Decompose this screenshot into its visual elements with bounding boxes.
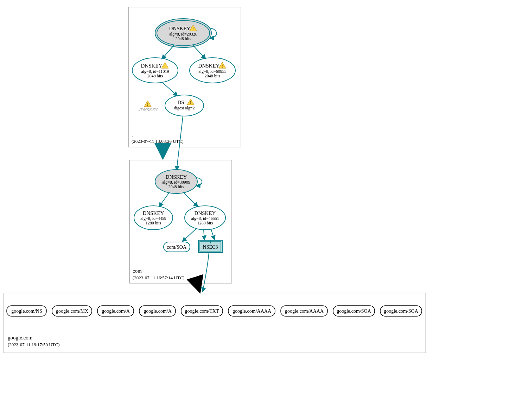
svg-text:alg=8, id=4459: alg=8, id=4459 xyxy=(140,216,166,221)
edge-nsec3-google-black xyxy=(197,283,200,292)
svg-text:google.com/NS: google.com/NS xyxy=(11,308,42,314)
com-ksk-title: DNSKEY xyxy=(166,174,187,180)
leaf-3-title: google.com/A xyxy=(144,308,172,314)
svg-text:DNSKEY: DNSKEY xyxy=(141,63,163,69)
root-ksk-line3: 2048 bits xyxy=(176,36,191,41)
leaf-google-a-1: google.com/A xyxy=(97,306,134,316)
com-zsk1-title: DNSKEY xyxy=(143,210,164,216)
leaf-8-title: google.com/SOA xyxy=(384,308,418,314)
node-com-soa: com/SOA xyxy=(164,242,190,252)
edge-ksk-zsk2 xyxy=(193,45,206,59)
leaf-1-title: google.com/MX xyxy=(56,308,88,314)
zone-root: DNSKEY alg=8, id=20326 2048 bits DNSKEY … xyxy=(128,7,241,147)
svg-text:google.com/AAAA: google.com/AAAA xyxy=(233,308,272,314)
svg-text:1280 bits: 1280 bits xyxy=(197,221,213,225)
svg-text:com/SOA: com/SOA xyxy=(167,244,187,250)
svg-text:google.com/SOA: google.com/SOA xyxy=(384,308,418,314)
svg-text:google.com/TXT: google.com/TXT xyxy=(185,308,219,314)
leaf-google-mx: google.com/MX xyxy=(52,306,92,316)
root-ds-line2: digest alg=2 xyxy=(174,106,195,110)
svg-text:alg=8, id=60955: alg=8, id=60955 xyxy=(198,69,227,74)
com-zsk2-line3: 1280 bits xyxy=(197,221,213,225)
svg-text:alg=8, id=30909: alg=8, id=30909 xyxy=(162,180,190,185)
node-root-zsk1: DNSKEY alg=8, id=11019 2048 bits xyxy=(132,58,178,83)
svg-text:google.com/A: google.com/A xyxy=(144,308,172,314)
edge-zsk2-soa xyxy=(182,228,197,242)
root-zsk1-title: DNSKEY xyxy=(141,63,163,69)
node-com-zsk1: DNSKEY alg=8, id=4459 1280 bits xyxy=(134,206,173,230)
leaf-google-ns: google.com/NS xyxy=(7,306,46,316)
zone-com-timestamp: (2023-07-11 16:57:14 UTC) xyxy=(133,275,185,280)
edge-zsk2-nsec3-a xyxy=(204,230,204,240)
svg-text:DNSKEY: DNSKEY xyxy=(195,210,216,216)
leaf-2-title: google.com/A xyxy=(102,308,130,314)
svg-text:DS: DS xyxy=(177,100,184,105)
svg-text:alg=8, id=11019: alg=8, id=11019 xyxy=(141,69,169,74)
leaf-google-soa-2: google.com/SOA xyxy=(380,306,422,316)
root-zsk2-title: DNSKEY xyxy=(198,63,220,69)
root-dnskey-ghost-title: ./DNSKEY xyxy=(138,107,158,112)
zone-root-timestamp: (2023-07-11 13:08:26 UTC) xyxy=(132,139,184,144)
svg-text:NSEC3: NSEC3 xyxy=(203,244,218,250)
leaf-google-a-2: google.com/A xyxy=(139,306,176,316)
root-zsk2-line2: alg=8, id=60955 xyxy=(198,69,227,74)
leaf-google-txt: google.com/TXT xyxy=(181,306,223,316)
zone-com: DNSKEY alg=8, id=30909 2048 bits DNSKEY … xyxy=(129,160,232,283)
root-zsk1-line2: alg=8, id=11019 xyxy=(141,69,169,74)
svg-text:2048 bits: 2048 bits xyxy=(147,74,163,78)
svg-text:alg=8, id=46551: alg=8, id=46551 xyxy=(191,216,219,221)
zone-google-timestamp: (2023-07-11 19:17:50 UTC) xyxy=(8,342,60,347)
svg-text:./DNSKEY: ./DNSKEY xyxy=(138,107,158,112)
svg-text:DNSKEY: DNSKEY xyxy=(198,63,220,69)
zone-google-label: google.com xyxy=(8,335,33,341)
node-root-ksk: DNSKEY alg=8, id=20326 2048 bits xyxy=(155,19,211,47)
zone-google: google.com/NS google.com/MX google.com/A… xyxy=(4,293,426,353)
edge-zsk2-nsec3-b xyxy=(211,229,215,240)
root-zsk2-line3: 2048 bits xyxy=(205,74,221,78)
com-zsk1-line2: alg=8, id=4459 xyxy=(140,216,166,221)
com-nsec3-title: NSEC3 xyxy=(203,244,218,250)
svg-text:google.com/SOA: google.com/SOA xyxy=(337,308,371,314)
edge-comksk-zsk1 xyxy=(159,192,170,207)
svg-text:2048 bits: 2048 bits xyxy=(176,36,191,41)
zone-com-label: com xyxy=(133,268,142,274)
node-root-dnskey-ghost: ./DNSKEY xyxy=(138,101,158,112)
node-root-zsk2: DNSKEY alg=8, id=60955 2048 bits xyxy=(190,58,235,83)
edge-nsec3-google-teal xyxy=(203,253,209,292)
node-com-zsk2: DNSKEY alg=8, id=46551 1280 bits xyxy=(185,206,225,230)
com-zsk2-title: DNSKEY xyxy=(195,210,216,216)
com-ksk-line3: 2048 bits xyxy=(168,184,184,189)
leaf-0-title: google.com/NS xyxy=(11,308,42,314)
svg-text:google.com/AAAA: google.com/AAAA xyxy=(285,308,324,314)
edge-comksk-zsk2 xyxy=(183,192,198,207)
edge-zsk1-ds xyxy=(162,82,178,96)
com-soa-title: com/SOA xyxy=(167,244,187,250)
leaf-google-aaaa-2: google.com/AAAA xyxy=(281,306,327,316)
root-ds-title: DS xyxy=(177,100,184,105)
edge-ksk-zsk1 xyxy=(162,45,174,59)
leaf-4-title: google.com/TXT xyxy=(185,308,219,314)
node-com-ksk: DNSKEY alg=8, id=30909 2048 bits xyxy=(155,170,197,193)
svg-text:digest alg=2: digest alg=2 xyxy=(174,106,195,110)
root-ksk-line2: alg=8, id=20326 xyxy=(169,32,197,37)
leaf-7-title: google.com/SOA xyxy=(337,308,371,314)
svg-rect-38 xyxy=(4,293,426,353)
zone-root-label: . xyxy=(132,132,133,138)
leaf-google-aaaa-1: google.com/AAAA xyxy=(228,306,275,316)
warning-icon xyxy=(144,101,151,107)
svg-text:google.com/MX: google.com/MX xyxy=(56,308,88,314)
root-zsk1-line3: 2048 bits xyxy=(147,74,163,78)
leaf-google-soa-1: google.com/SOA xyxy=(333,306,375,316)
svg-text:DNSKEY: DNSKEY xyxy=(166,174,187,180)
leaf-6-title: google.com/AAAA xyxy=(285,308,324,314)
svg-text:DNSKEY: DNSKEY xyxy=(169,26,191,31)
com-zsk2-line2: alg=8, id=46551 xyxy=(191,216,219,221)
leaf-5-title: google.com/AAAA xyxy=(233,308,272,314)
com-ksk-line2: alg=8, id=30909 xyxy=(162,180,190,185)
node-root-ds: DS digest alg=2 xyxy=(165,95,204,116)
root-ksk-title: DNSKEY xyxy=(169,26,191,31)
com-zsk1-line3: 1280 bits xyxy=(146,221,161,225)
svg-text:2048 bits: 2048 bits xyxy=(205,74,221,78)
svg-text:DNSKEY: DNSKEY xyxy=(143,210,164,216)
svg-text:alg=8, id=20326: alg=8, id=20326 xyxy=(169,32,197,37)
